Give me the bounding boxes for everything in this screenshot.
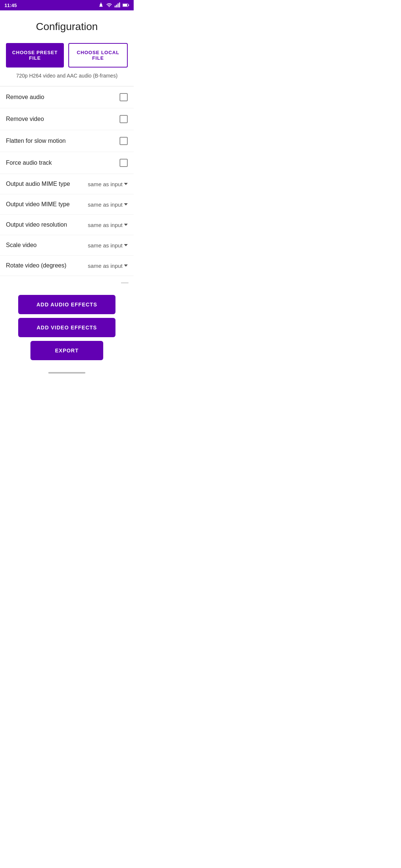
dropdown-options-list: Output audio MIME type same as input Out… (0, 174, 134, 276)
status-bar: 11:45 (0, 0, 134, 10)
checkbox-remove-video[interactable] (120, 115, 128, 123)
separator-dash: — (0, 276, 134, 289)
status-icons (98, 2, 129, 8)
chevron-down-icon (124, 183, 128, 185)
svg-rect-7 (123, 4, 127, 6)
svg-rect-4 (119, 3, 120, 7)
option-force-audio-track-label: Force audio track (6, 160, 52, 166)
home-indicator (0, 368, 134, 378)
notification-icon (98, 2, 104, 8)
page-title: Configuration (6, 21, 128, 33)
option-remove-video-label: Remove video (6, 116, 44, 122)
dropdown-rotate-video-select[interactable]: same as input (88, 263, 128, 269)
wifi-icon (106, 2, 112, 8)
preset-subtitle: 720p H264 video and AAC audio (B-frames) (0, 69, 134, 86)
dropdown-scale-video-label: Scale video (6, 242, 37, 249)
battery-icon (123, 3, 129, 7)
chevron-down-icon (124, 244, 128, 246)
option-remove-audio: Remove audio (0, 86, 134, 108)
svg-rect-1 (115, 6, 116, 7)
dropdown-scale-video-value: same as input (88, 242, 123, 249)
svg-rect-6 (128, 4, 129, 6)
choose-local-button[interactable]: CHOOSE LOCAL FILE (68, 43, 128, 68)
svg-rect-3 (118, 3, 119, 7)
dropdown-output-video-resolution-select[interactable]: same as input (88, 222, 128, 228)
chevron-down-icon (124, 264, 128, 267)
action-buttons-section: ADD AUDIO EFFECTS ADD VIDEO EFFECTS EXPO… (0, 289, 134, 368)
add-video-effects-button[interactable]: ADD VIDEO EFFECTS (18, 318, 115, 337)
dropdown-rotate-video: Rotate video (degrees) same as input (0, 256, 134, 276)
dropdown-rotate-video-value: same as input (88, 263, 123, 269)
dropdown-scale-video-select[interactable]: same as input (88, 242, 128, 249)
checkbox-options-list: Remove audio Remove video Flatten for sl… (0, 86, 134, 174)
export-button[interactable]: EXPORT (30, 341, 104, 360)
option-force-audio-track: Force audio track (0, 152, 134, 174)
dropdown-output-video-mime-label: Output video MIME type (6, 201, 70, 208)
file-choice-row: CHOOSE PRESET FILE CHOOSE LOCAL FILE (0, 36, 134, 69)
dropdown-output-video-resolution-value: same as input (88, 222, 123, 228)
dropdown-output-audio-mime-label: Output audio MIME type (6, 181, 70, 187)
dropdown-output-audio-mime: Output audio MIME type same as input (0, 174, 134, 194)
checkbox-force-audio-track[interactable] (120, 159, 128, 167)
dropdown-output-video-mime-value: same as input (88, 201, 123, 208)
checkbox-remove-audio[interactable] (120, 93, 128, 101)
home-bar (48, 372, 85, 374)
dropdown-output-video-resolution-label: Output video resolution (6, 221, 67, 228)
dropdown-output-audio-mime-select[interactable]: same as input (88, 181, 128, 187)
option-flatten-slow-motion: Flatten for slow motion (0, 130, 134, 152)
checkbox-flatten-slow-motion[interactable] (120, 137, 128, 145)
dropdown-output-audio-mime-value: same as input (88, 181, 123, 187)
dropdown-rotate-video-label: Rotate video (degrees) (6, 262, 66, 269)
page-header: Configuration (0, 10, 134, 36)
dropdown-output-video-mime: Output video MIME type same as input (0, 194, 134, 215)
chevron-down-icon (124, 203, 128, 206)
svg-point-0 (101, 3, 102, 4)
option-flatten-slow-motion-label: Flatten for slow motion (6, 138, 66, 144)
choose-preset-button[interactable]: CHOOSE PRESET FILE (6, 43, 64, 68)
signal-icon (114, 2, 120, 8)
status-time: 11:45 (4, 3, 17, 8)
add-audio-effects-button[interactable]: ADD AUDIO EFFECTS (18, 295, 115, 314)
dropdown-output-video-resolution: Output video resolution same as input (0, 215, 134, 235)
chevron-down-icon (124, 224, 128, 226)
option-remove-video: Remove video (0, 108, 134, 130)
option-remove-audio-label: Remove audio (6, 94, 44, 101)
dropdown-output-video-mime-select[interactable]: same as input (88, 201, 128, 208)
svg-rect-2 (116, 5, 117, 7)
dropdown-scale-video: Scale video same as input (0, 235, 134, 256)
